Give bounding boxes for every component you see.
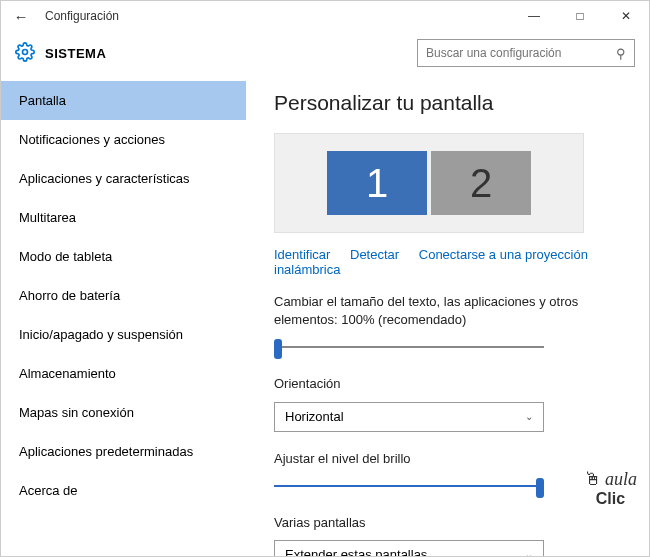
orientation-label: Orientación xyxy=(274,375,621,393)
scale-slider[interactable] xyxy=(274,337,544,357)
sidebar-item-label: Modo de tableta xyxy=(19,249,112,264)
sidebar-item-almacenamiento[interactable]: Almacenamiento xyxy=(1,354,246,393)
sidebar-item-label: Aplicaciones predeterminadas xyxy=(19,444,193,459)
window-title: Configuración xyxy=(45,9,119,23)
sidebar-item-inicio[interactable]: Inicio/apagado y suspensión xyxy=(1,315,246,354)
multidisplay-value: Extender estas pantallas xyxy=(285,547,427,556)
sidebar-item-label: Ahorro de batería xyxy=(19,288,120,303)
chevron-down-icon: ⌄ xyxy=(525,411,533,422)
page-title: Personalizar tu pantalla xyxy=(274,91,621,115)
sidebar-item-label: Inicio/apagado y suspensión xyxy=(19,327,183,342)
titlebar: ← Configuración — □ ✕ xyxy=(1,1,649,31)
sidebar-item-label: Multitarea xyxy=(19,210,76,225)
monitor-2[interactable]: 2 xyxy=(431,151,531,215)
detect-link[interactable]: Detectar xyxy=(350,247,399,262)
monitor-1[interactable]: 1 xyxy=(327,151,427,215)
sidebar-item-mapas[interactable]: Mapas sin conexión xyxy=(1,393,246,432)
identify-link[interactable]: Identificar xyxy=(274,247,330,262)
search-box[interactable]: ⚲ xyxy=(417,39,635,67)
main-panel: Personalizar tu pantalla 1 2 Identificar… xyxy=(246,81,649,556)
sidebar-item-label: Mapas sin conexión xyxy=(19,405,134,420)
maximize-button[interactable]: □ xyxy=(557,1,603,31)
sidebar-item-predeterminadas[interactable]: Aplicaciones predeterminadas xyxy=(1,432,246,471)
sidebar-item-label: Aplicaciones y características xyxy=(19,171,190,186)
sidebar-item-acerca[interactable]: Acerca de xyxy=(1,471,246,510)
sidebar-item-label: Acerca de xyxy=(19,483,78,498)
sidebar-item-pantalla[interactable]: Pantalla xyxy=(1,81,246,120)
close-button[interactable]: ✕ xyxy=(603,1,649,31)
sidebar: Pantalla Notificaciones y acciones Aplic… xyxy=(1,81,246,556)
orientation-select[interactable]: Horizontal ⌄ xyxy=(274,402,544,432)
scale-label: Cambiar el tamaño del texto, las aplicac… xyxy=(274,293,621,329)
sidebar-item-aplicaciones[interactable]: Aplicaciones y características xyxy=(1,159,246,198)
slider-thumb[interactable] xyxy=(274,339,282,359)
mouse-icon: 🖱 xyxy=(584,469,602,489)
svg-point-0 xyxy=(23,49,28,54)
header: SISTEMA ⚲ xyxy=(1,31,649,81)
display-preview[interactable]: 1 2 xyxy=(274,133,584,233)
chevron-down-icon: ⌄ xyxy=(525,549,533,556)
search-icon: ⚲ xyxy=(616,46,626,61)
display-links: Identificar Detectar Conectarse a una pr… xyxy=(274,247,621,277)
sidebar-item-multitarea[interactable]: Multitarea xyxy=(1,198,246,237)
orientation-value: Horizontal xyxy=(285,409,344,424)
sidebar-item-label: Pantalla xyxy=(19,93,66,108)
sidebar-item-notificaciones[interactable]: Notificaciones y acciones xyxy=(1,120,246,159)
sidebar-item-label: Notificaciones y acciones xyxy=(19,132,165,147)
minimize-button[interactable]: — xyxy=(511,1,557,31)
brightness-label: Ajustar el nivel del brillo xyxy=(274,450,621,468)
search-input[interactable] xyxy=(426,46,616,60)
sidebar-item-bateria[interactable]: Ahorro de batería xyxy=(1,276,246,315)
sidebar-item-tableta[interactable]: Modo de tableta xyxy=(1,237,246,276)
slider-thumb[interactable] xyxy=(536,478,544,498)
back-button[interactable]: ← xyxy=(9,8,33,25)
multidisplay-select[interactable]: Extender estas pantallas ⌄ xyxy=(274,540,544,556)
brightness-slider[interactable] xyxy=(274,476,544,496)
gear-icon xyxy=(15,42,35,65)
multidisplay-label: Varias pantallas xyxy=(274,514,621,532)
category-title: SISTEMA xyxy=(45,46,106,61)
watermark: 🖱 aula Clic xyxy=(584,469,637,508)
sidebar-item-label: Almacenamiento xyxy=(19,366,116,381)
